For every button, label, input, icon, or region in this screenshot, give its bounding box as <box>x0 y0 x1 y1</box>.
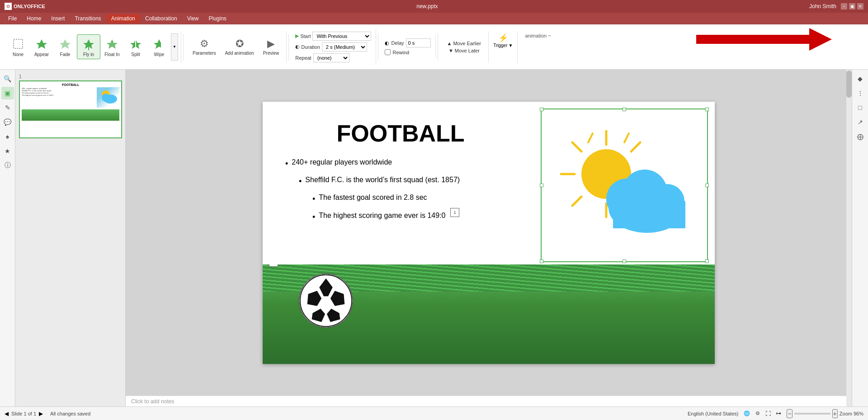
menu-view[interactable]: View <box>183 14 203 23</box>
rewind-checkbox[interactable] <box>385 49 391 55</box>
handle-bm[interactable] <box>623 260 626 263</box>
appear-label: Appear <box>34 52 49 57</box>
anim-none-button[interactable]: None <box>6 34 30 59</box>
trigger-button[interactable]: Trigger ▼ <box>493 43 513 48</box>
zoom-in-button[interactable]: + <box>832 409 838 418</box>
right-icon-1[interactable]: ⋮ <box>854 87 867 99</box>
animation-panel-button[interactable]: animation ~ <box>525 33 551 38</box>
sidebar-icon-comment[interactable]: 💬 <box>1 116 14 128</box>
scrollbar-thumb[interactable] <box>846 71 852 98</box>
anim-split-button[interactable]: Split <box>124 34 147 59</box>
handle-tl[interactable] <box>540 108 543 111</box>
notes-placeholder: Click to add notes <box>131 398 174 405</box>
add-animation-button[interactable]: ✪ Add animation <box>221 36 259 57</box>
thumb-content: 240+ regular players worldwide Sheffild … <box>22 87 95 96</box>
move-later-label: Move Later <box>455 48 480 53</box>
handle-tr[interactable] <box>705 108 709 111</box>
move-earlier-button[interactable]: ▲ Move Earlier <box>443 40 485 47</box>
move-later-button[interactable]: ▼ Move Later <box>445 47 483 54</box>
slide-info: Slide 1 of 1 <box>11 411 36 416</box>
handle-tm[interactable] <box>623 108 626 111</box>
bullet-text-2: The fastest goal scored in 2.8 sec <box>319 191 427 204</box>
menu-collaboration[interactable]: Collaboration <box>141 14 182 23</box>
prev-slide-button[interactable]: ◀ <box>5 411 9 417</box>
preview-button[interactable]: ▶ Preview <box>259 36 284 57</box>
handle-br[interactable] <box>705 260 709 263</box>
split-icon <box>128 37 143 51</box>
menu-bar: File Home Insert Transitions Animation C… <box>0 13 868 24</box>
top-ruler <box>126 70 852 73</box>
slide-canvas: 1 FOOTBALL • 240+ regular players worldw… <box>263 102 715 364</box>
window-controls: − ▣ ✕ <box>841 3 863 9</box>
slide-thumbnail[interactable]: FOOTBALL 240+ regular players worldwide … <box>19 80 122 138</box>
fit-view-button[interactable]: ⛶ <box>765 411 771 417</box>
svg-point-13 <box>102 94 110 102</box>
handle-ml[interactable] <box>540 184 543 187</box>
sidebar-icon-info[interactable]: ⓘ <box>1 159 14 172</box>
animation-buttons-group: None Appear Fade Fly in <box>4 31 181 63</box>
repeat-label: Repeat <box>295 55 311 61</box>
minimize-button[interactable]: − <box>841 3 847 9</box>
parameters-button[interactable]: ⚙ Parameters <box>188 36 221 57</box>
handle-mr[interactable] <box>705 184 709 187</box>
svg-line-18 <box>631 142 640 151</box>
right-icon-4[interactable]: ⨁ <box>854 130 867 143</box>
anim-wipe-button[interactable]: Wipe <box>147 34 171 59</box>
menu-transitions[interactable]: Transitions <box>70 14 105 23</box>
zoom-out-button[interactable]: − <box>787 409 792 418</box>
vertical-scrollbar[interactable] <box>846 70 852 406</box>
trigger-chevron-icon: ▼ <box>509 43 513 48</box>
menu-insert[interactable]: Insert <box>47 14 69 23</box>
handle-bl[interactable] <box>540 260 543 263</box>
sidebar-icon-search[interactable]: 🔍 <box>1 72 14 85</box>
menu-animation[interactable]: Animation <box>107 14 140 23</box>
parameters-icon: ⚙ <box>200 38 209 50</box>
maximize-button[interactable]: ▣ <box>849 3 855 9</box>
sidebar-icon-star[interactable]: ★ <box>1 145 14 157</box>
svg-rect-0 <box>14 39 23 48</box>
fit-width-button[interactable]: ↦ <box>776 410 781 417</box>
delay-input[interactable] <box>406 38 431 47</box>
trigger-label: Trigger <box>493 43 507 48</box>
add-animation-icon: ✪ <box>236 38 244 50</box>
anim-floatin-button[interactable]: Float In <box>100 34 124 59</box>
globe-icon: 🌐 <box>744 411 750 416</box>
start-select[interactable]: With Previous On Click After Previous <box>312 32 371 41</box>
anim-appear-button[interactable]: Appear <box>30 34 53 59</box>
notes-area[interactable]: Click to add notes <box>126 396 846 406</box>
svg-marker-10 <box>696 28 832 51</box>
repeat-select[interactable]: (none) <box>313 53 349 62</box>
bullet-text-1: Sheffild F.C. is the world’s first squad… <box>305 174 460 187</box>
ribbon-scroll-button[interactable]: ▼ <box>171 33 178 61</box>
bullet-point-2: • <box>312 192 315 206</box>
duration-select[interactable]: 2 s (Medium) <box>322 42 367 52</box>
close-button[interactable]: ✕ <box>857 3 863 9</box>
svg-marker-9 <box>154 39 165 49</box>
svg-marker-2 <box>60 39 71 49</box>
right-icon-3[interactable]: ↗ <box>854 116 867 128</box>
left-sidebar: 🔍 ▣ ✎ 💬 ♠ ★ ⓘ <box>0 70 15 406</box>
next-slide-button[interactable]: ▶ <box>39 411 43 417</box>
menu-home[interactable]: Home <box>22 14 46 23</box>
bullet-text-0: 240+ regular players worldwide <box>292 156 392 169</box>
slide-title[interactable]: FOOTBALL <box>276 120 525 147</box>
right-icon-0[interactable]: ◆ <box>854 72 867 85</box>
sidebar-icon-edit[interactable]: ✎ <box>1 101 14 114</box>
red-arrow-indicator <box>696 28 832 52</box>
trigger-icon: ⚡ <box>498 33 508 43</box>
sidebar-icon-slides[interactable]: ▣ <box>1 87 14 99</box>
menu-file[interactable]: File <box>4 14 21 23</box>
sidebar-icon-spade[interactable]: ♠ <box>1 130 14 143</box>
right-icon-2[interactable]: □ <box>854 101 867 114</box>
app-name: ONLYOFFICE <box>14 4 45 9</box>
anim-fade-button[interactable]: Fade <box>53 34 77 59</box>
svg-rect-27 <box>613 201 685 228</box>
zoom-slider[interactable] <box>794 413 830 415</box>
anim-flyin-button[interactable]: Fly in <box>77 34 100 59</box>
delay-clock-icon: ◐ <box>385 40 389 46</box>
animation-panel-group: animation ~ <box>518 31 558 63</box>
wipe-label: Wipe <box>154 52 165 57</box>
weather-image-box[interactable] <box>541 109 708 262</box>
bullet-item-3: • The highest scoring game ever is 149:0 <box>312 209 538 224</box>
menu-plugins[interactable]: Plugins <box>204 14 231 23</box>
